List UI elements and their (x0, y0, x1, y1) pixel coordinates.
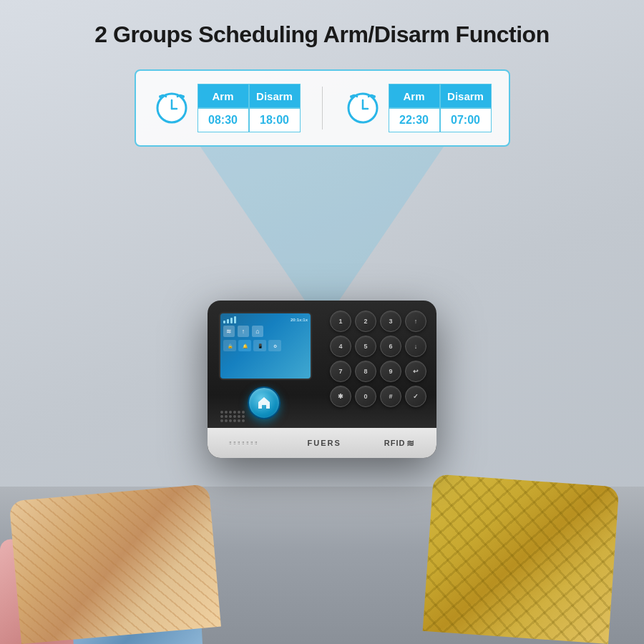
schedule-box: Arm Disarm 08:30 18:00 (135, 69, 510, 147)
screen-icon-wifi: ≋ (223, 326, 235, 337)
disarm-time-2: 07:00 (440, 108, 492, 132)
screen-status-bell: 🔔 (238, 340, 251, 351)
screen-topbar: 20:1x:1x (223, 316, 308, 323)
key-check[interactable]: ✓ (405, 386, 426, 407)
key-7[interactable]: 7 (330, 361, 351, 382)
svg-point-4 (182, 95, 185, 98)
screen-content: 20:1x:1x ≋ ↑ ⌂ 🔒 🔔 📱 ⚙ (220, 313, 311, 379)
key-up[interactable]: ↑ (405, 311, 426, 332)
disarm-header-2: Disarm (440, 84, 492, 108)
svg-point-9 (373, 95, 376, 98)
svg-point-3 (159, 95, 162, 98)
screen-status-area: 🔒 🔔 📱 ⚙ (223, 340, 308, 351)
light-beam (200, 147, 444, 326)
keypad: 1 2 3 ↑ 4 5 6 ↓ 7 8 9 ↩ ✱ 0 # ✓ (330, 311, 426, 407)
home-button[interactable] (248, 386, 280, 419)
key-star[interactable]: ✱ (330, 386, 351, 407)
alarm-device: 20:1x:1x ≋ ↑ ⌂ 🔒 🔔 📱 ⚙ (208, 301, 436, 458)
device-body: 20:1x:1x ≋ ↑ ⌂ 🔒 🔔 📱 ⚙ (208, 301, 436, 458)
device-screen: 20:1x:1x ≋ ↑ ⌂ 🔒 🔔 📱 ⚙ (219, 312, 312, 380)
clock-icon-2 (344, 89, 381, 127)
screen-status-wifi2: ⚙ (268, 340, 281, 351)
home-icon (256, 395, 272, 411)
arm-header-1: Arm (197, 84, 249, 108)
speaker-grill (220, 411, 245, 422)
screen-status-lock: 🔒 (223, 340, 236, 351)
device-bottom-bar: ⠿⠿⠿⠿⠿⠿⠿ FUERS RFID ≋ (208, 428, 436, 458)
key-4[interactable]: 4 (330, 336, 351, 357)
key-down[interactable]: ↓ (405, 336, 426, 357)
key-hash[interactable]: # (380, 386, 401, 407)
arm-time-2: 22:30 (389, 108, 440, 132)
screen-time-display: 20:1x:1x (291, 318, 308, 322)
key-0[interactable]: 0 (355, 386, 376, 407)
schedule-divider (322, 87, 323, 130)
rfid-label: RFID ≋ (384, 438, 416, 449)
schedule-value-row-1: 08:30 18:00 (197, 108, 301, 132)
screen-icon-signal: ↑ (238, 326, 249, 337)
schedule-value-row-2: 22:30 07:00 (389, 108, 492, 132)
schedule-table-1: Arm Disarm 08:30 18:00 (197, 84, 301, 132)
key-1[interactable]: 1 (330, 311, 351, 332)
svg-point-8 (350, 95, 353, 98)
key-6[interactable]: 6 (380, 336, 401, 357)
key-8[interactable]: 8 (355, 361, 376, 382)
schedule-table-2: Arm Disarm 22:30 07:00 (389, 84, 492, 132)
screen-icon-home: ⌂ (252, 326, 263, 337)
schedule-group-1: Arm Disarm 08:30 18:00 (153, 84, 301, 132)
disarm-time-1: 18:00 (249, 108, 301, 132)
screen-icons-row: ≋ ↑ ⌂ (223, 326, 308, 337)
key-9[interactable]: 9 (380, 361, 401, 382)
arm-header-2: Arm (389, 84, 440, 108)
page-title: 2 Groups Scheduling Arm/Disarm Function (94, 21, 549, 48)
brand-label: FUERS (308, 439, 341, 447)
arm-time-1: 08:30 (197, 108, 249, 132)
key-3[interactable]: 3 (380, 311, 401, 332)
clock-icon-1 (153, 89, 190, 127)
bottom-speaker: ⠿⠿⠿⠿⠿⠿⠿ (229, 441, 265, 445)
screen-status-phone: 📱 (253, 340, 266, 351)
schedule-header-row-1: Arm Disarm (197, 84, 301, 108)
light-beam-container (179, 147, 465, 326)
schedule-header-row-2: Arm Disarm (389, 84, 492, 108)
key-2[interactable]: 2 (355, 311, 376, 332)
key-back[interactable]: ↩ (405, 361, 426, 382)
schedule-group-2: Arm Disarm 22:30 07:00 (344, 84, 492, 132)
signal-bars (223, 316, 236, 323)
key-5[interactable]: 5 (355, 336, 376, 357)
disarm-header-1: Disarm (249, 84, 301, 108)
